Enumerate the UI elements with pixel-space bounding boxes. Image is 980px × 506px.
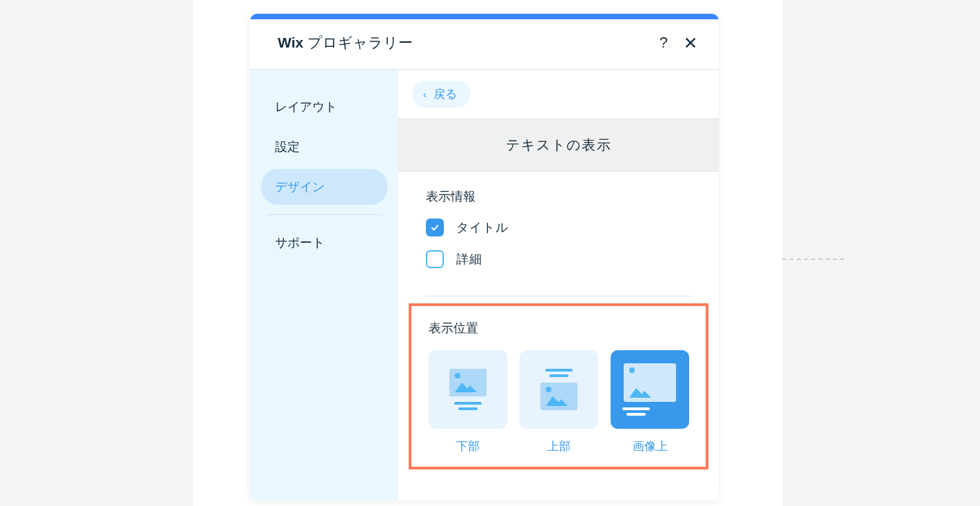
back-button[interactable]: ‹ 戻る [412,81,471,108]
sidebar-item-settings[interactable]: 設定 [261,129,387,165]
sidebar-item-support[interactable]: サポート [261,225,387,261]
help-icon[interactable]: ? [660,34,668,52]
checkbox-title[interactable]: タイトル [426,219,691,236]
sidebar-divider [267,214,382,215]
position-label-below: 下部 [456,438,480,454]
position-option-above-wrap: 上部 [520,350,598,454]
back-label: 戻る [433,86,457,102]
main-content: ‹ 戻る テキストの表示 表示情報 タイトル 詳細 [398,70,719,500]
checkbox-label: 詳細 [456,251,482,267]
settings-panel: Wix プロギャラリー ? レイアウト 設定 デザイン サポート ‹ [250,14,719,500]
sidebar-item-design[interactable]: デザイン [261,169,387,205]
panel-header: Wix プロギャラリー ? [250,19,719,70]
display-info-label: 表示情報 [426,188,691,205]
text-lines-icon [545,369,573,377]
sidebar: レイアウト 設定 デザイン サポート [250,70,398,500]
header-actions: ? [660,34,698,52]
position-options: 下部 [429,350,688,454]
divider [426,296,691,296]
image-thumbnail-icon [449,369,487,396]
close-icon[interactable] [683,35,698,50]
text-lines-icon [622,407,650,416]
panel-title: Wix プロギャラリー [278,33,413,52]
position-option-overlay[interactable] [611,350,689,429]
position-option-below-wrap: 下部 [429,350,507,454]
panel-accent-bar [250,14,719,19]
image-thumbnail-icon [540,383,578,410]
chevron-left-icon: ‹ [423,89,427,100]
back-row: ‹ 戻る [398,70,719,119]
position-option-overlay-wrap: 画像上 [611,350,689,454]
position-option-below[interactable] [429,350,507,429]
section-title: テキストの表示 [398,119,719,172]
app-background: Wix プロギャラリー ? レイアウト 設定 デザイン サポート ‹ [193,0,782,506]
position-label-overlay: 画像上 [633,438,668,454]
text-lines-icon [454,402,482,410]
image-thumbnail-icon [624,363,676,402]
position-label: 表示位置 [429,320,688,336]
checkbox-unchecked-icon [426,250,444,268]
checkbox-label: タイトル [456,219,509,236]
position-label-above: 上部 [547,438,571,454]
checkbox-details[interactable]: 詳細 [426,250,691,268]
highlighted-position-section: 表示位置 [409,303,708,469]
sidebar-item-layout[interactable]: レイアウト [261,89,387,125]
checkbox-checked-icon [426,219,444,236]
selection-guide [782,259,844,260]
panel-body: レイアウト 設定 デザイン サポート ‹ 戻る テキストの表示 表示情報 [250,70,719,500]
position-option-above[interactable] [520,350,598,429]
display-info-section: 表示情報 タイトル 詳細 [398,172,719,289]
